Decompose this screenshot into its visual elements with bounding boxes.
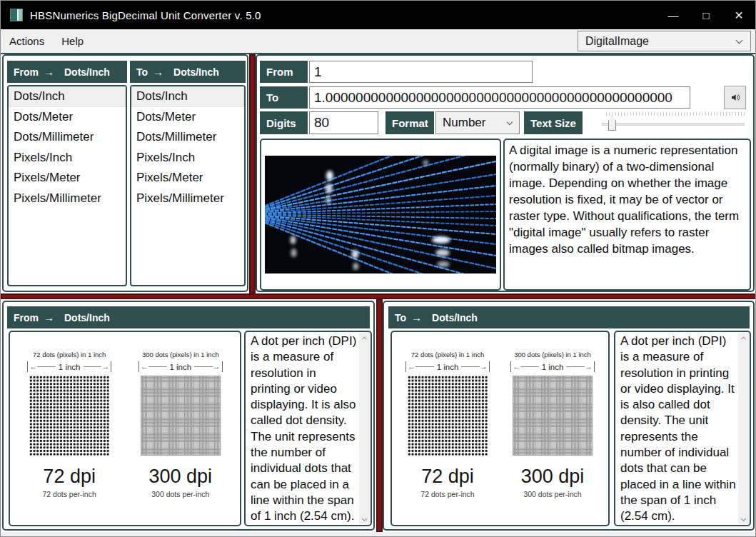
chevron-up-icon	[741, 336, 746, 341]
dpi-illustration: 72 dots (pixels) in 1 inch ← 1 inch → 72…	[390, 331, 610, 526]
arrow-right-icon: →	[480, 363, 488, 371]
from-dpi-group: From → Dots/Inch 72 dots (pixels) in 1 i…	[2, 301, 375, 531]
dot-grid-72	[408, 376, 488, 456]
list-item-dots-inch[interactable]: Dots/Inch	[131, 86, 244, 107]
format-field-label: Format	[385, 111, 434, 134]
list-item-pixels-meter[interactable]: Pixels/Meter	[9, 168, 126, 189]
text-size-slider[interactable]	[602, 110, 745, 137]
from-label: From	[14, 66, 39, 78]
arrow-icon: →	[411, 311, 422, 323]
list-item-pixels-meter[interactable]: Pixels/Meter	[131, 168, 244, 189]
arrow-right-icon: →	[585, 363, 593, 371]
list-item-pixels-millimeter[interactable]: Pixels/Millimeter	[9, 189, 126, 209]
arrow-icon: →	[44, 66, 54, 78]
dpi-description: A dot per inch (DPI) is a measure of res…	[615, 333, 737, 524]
dpi-300-caption: 300 dots (pixels) in 1 inch	[142, 351, 219, 358]
chevron-down-icon	[741, 516, 746, 521]
dpi-72-caption: 72 dots (pixels) in 1 inch	[33, 351, 106, 358]
horizontal-divider	[1, 293, 756, 299]
arrow-left-icon: ←	[513, 363, 520, 371]
category-value: DigitalImage	[585, 35, 649, 48]
from-unit-header: From → Dots/Inch	[7, 61, 127, 83]
list-item-dots-millimeter[interactable]: Dots/Millimeter	[131, 127, 244, 148]
text-size-label: Text Size	[524, 111, 583, 134]
list-item-pixels-inch[interactable]: Pixels/Inch	[131, 148, 244, 169]
scrollbar[interactable]	[738, 333, 749, 524]
menu-actions[interactable]: Actions	[1, 29, 53, 53]
list-item-dots-meter[interactable]: Dots/Meter	[9, 107, 126, 128]
speak-button[interactable]	[724, 86, 746, 109]
digits-field-label: Digits	[260, 111, 308, 134]
chevron-down-icon	[362, 516, 367, 521]
list-item-dots-millimeter[interactable]: Dots/Millimeter	[9, 127, 126, 148]
unit-name: Dots/Inch	[64, 312, 110, 323]
scrollbar[interactable]	[359, 333, 370, 524]
close-button[interactable]: ×	[722, 1, 755, 29]
scroll-down-button[interactable]	[738, 513, 749, 524]
chevron-down-icon	[507, 119, 513, 125]
maximize-button[interactable]: □	[690, 1, 722, 29]
menu-help[interactable]: Help	[53, 29, 92, 53]
to-unit-header: To → Dots/Inch	[130, 61, 246, 83]
to-input[interactable]	[309, 86, 690, 109]
to-dpi-header: To → Dots/Inch	[388, 306, 750, 328]
chevron-down-icon	[736, 37, 743, 44]
arrow-left-icon: ←	[141, 363, 148, 371]
list-item-dots-meter[interactable]: Dots/Meter	[131, 107, 244, 128]
inch-arrow: ← 1 inch →	[27, 361, 111, 372]
to-field-label: To	[260, 86, 308, 109]
converter-group: From To Digits Format Number Text Size	[256, 54, 755, 292]
from-input[interactable]	[309, 61, 533, 83]
scroll-down-button[interactable]	[359, 513, 370, 524]
dpi-72-sublabel: 72 dots per-inch	[43, 490, 96, 498]
slider-track[interactable]	[602, 123, 745, 126]
list-item-dots-inch[interactable]: Dots/Inch	[9, 86, 126, 107]
title-bar: HBSNumerics BigDecimal Unit Converter v.…	[1, 1, 755, 29]
dpi-72-sublabel: 72 dots per-inch	[420, 490, 474, 498]
to-label: To	[136, 66, 148, 78]
inch-arrow: ← 1 inch →	[138, 361, 223, 372]
vertical-divider-top	[249, 54, 256, 293]
to-unit-list: Dots/Inch Dots/Meter Dots/Millimeter Pix…	[130, 85, 246, 286]
from-label: From	[14, 312, 39, 323]
dpi-72-caption: 72 dots (pixels) in 1 inch	[411, 351, 484, 358]
dpi-300-sublabel: 300 dots per-inch	[523, 490, 581, 498]
slider-ticks	[606, 112, 745, 116]
dpi-72-column: 72 dots (pixels) in 1 inch ← 1 inch → 72…	[398, 351, 497, 525]
dpi-72-column: 72 dots (pixels) in 1 inch ← 1 inch → 72…	[18, 351, 121, 525]
inch-arrow: ← 1 inch →	[405, 361, 490, 372]
dpi-illustration: 72 dots (pixels) in 1 inch ← 1 inch → 72…	[9, 331, 241, 526]
digits-input[interactable]	[309, 111, 378, 134]
dot-grid-72	[29, 376, 109, 456]
dpi-300-column: 300 dots (pixels) in 1 inch ← 1 inch → 3…	[503, 351, 602, 525]
digital-image-description: A digital image is a numeric representat…	[503, 139, 751, 291]
chevron-up-icon	[362, 336, 367, 341]
dpi-300-sublabel: 300 dots per-inch	[151, 490, 209, 498]
list-item-pixels-inch[interactable]: Pixels/Inch	[9, 148, 126, 169]
list-item-pixels-millimeter[interactable]: Pixels/Millimeter	[131, 189, 244, 209]
arrow-icon: →	[153, 66, 163, 78]
digital-image-box	[260, 139, 501, 291]
arrow-right-icon: →	[101, 363, 109, 371]
window-bottom-border	[1, 532, 755, 537]
inch-label: 1 inch	[434, 363, 462, 371]
unit-selection-group: From → Dots/Inch To → Dots/Inch Dots/Inc…	[2, 54, 248, 292]
format-select[interactable]: Number	[435, 111, 520, 134]
inch-arrow: ← 1 inch →	[510, 361, 595, 372]
scroll-up-button[interactable]	[738, 333, 749, 343]
dpi-300-label: 300 dpi	[149, 466, 213, 488]
dot-grid-300	[513, 376, 593, 456]
slider-thumb[interactable]	[608, 116, 616, 131]
speaker-icon	[730, 92, 740, 103]
from-unit-list: Dots/Inch Dots/Meter Dots/Millimeter Pix…	[7, 85, 127, 286]
app-window: HBSNumerics BigDecimal Unit Converter v.…	[0, 0, 756, 537]
dpi-300-label: 300 dpi	[521, 466, 585, 488]
inch-label: 1 inch	[56, 363, 84, 371]
dpi-description: A dot per inch (DPI) is a measure of res…	[246, 333, 358, 524]
app-icon	[10, 9, 23, 21]
minimize-button[interactable]: —	[657, 1, 690, 29]
category-combobox[interactable]: DigitalImage	[578, 31, 751, 51]
format-value: Number	[443, 116, 485, 130]
scroll-up-button[interactable]	[359, 333, 370, 343]
dpi-text-box: A dot per inch (DPI) is a measure of res…	[614, 331, 751, 526]
